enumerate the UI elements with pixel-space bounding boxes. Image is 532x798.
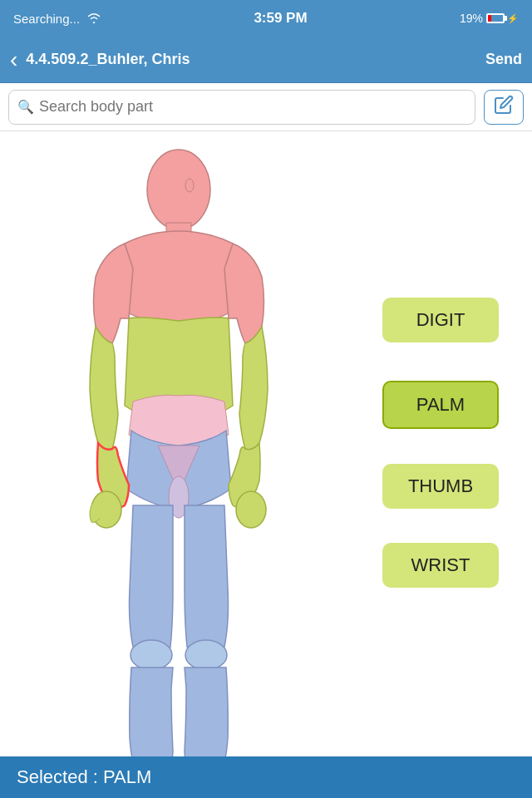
body-svg <box>50 140 299 771</box>
nav-bar: ‹ 4.4.509.2_Buhler, Chris Send <box>0 37 532 83</box>
battery-percent: 19% <box>460 12 483 25</box>
svg-point-4 <box>236 491 266 528</box>
svg-point-0 <box>147 150 210 229</box>
edit-icon <box>494 95 514 119</box>
svg-point-9 <box>185 179 194 192</box>
search-bar: 🔍 <box>0 83 532 131</box>
svg-point-6 <box>185 640 227 670</box>
edit-button[interactable] <box>484 90 524 125</box>
digit-label[interactable]: DIGIT <box>382 298 499 342</box>
battery-icon: ⚡ <box>486 13 519 24</box>
search-input[interactable] <box>39 98 466 116</box>
clock: 3:59 PM <box>254 10 307 27</box>
back-button[interactable]: ‹ <box>10 48 17 71</box>
nav-title: 4.4.509.2_Buhler, Chris <box>26 51 485 68</box>
svg-point-5 <box>131 640 172 670</box>
palm-label[interactable]: PALM <box>382 381 499 429</box>
searching-text: Searching... <box>13 12 80 26</box>
selected-footer: Selected : PALM <box>0 756 532 798</box>
selected-text: Selected : PALM <box>17 766 151 788</box>
thumb-label[interactable]: THUMB <box>382 464 499 509</box>
search-icon: 🔍 <box>17 99 34 115</box>
send-button[interactable]: Send <box>485 51 522 68</box>
wrist-label[interactable]: WRIST <box>382 543 499 588</box>
search-input-wrap[interactable]: 🔍 <box>8 90 475 125</box>
wifi-icon <box>86 12 101 26</box>
status-bar: Searching... 3:59 PM 19% ⚡ <box>0 0 532 37</box>
body-diagram-area: DIGIT PALM THUMB WRIST Selected : PALM <box>0 131 532 798</box>
